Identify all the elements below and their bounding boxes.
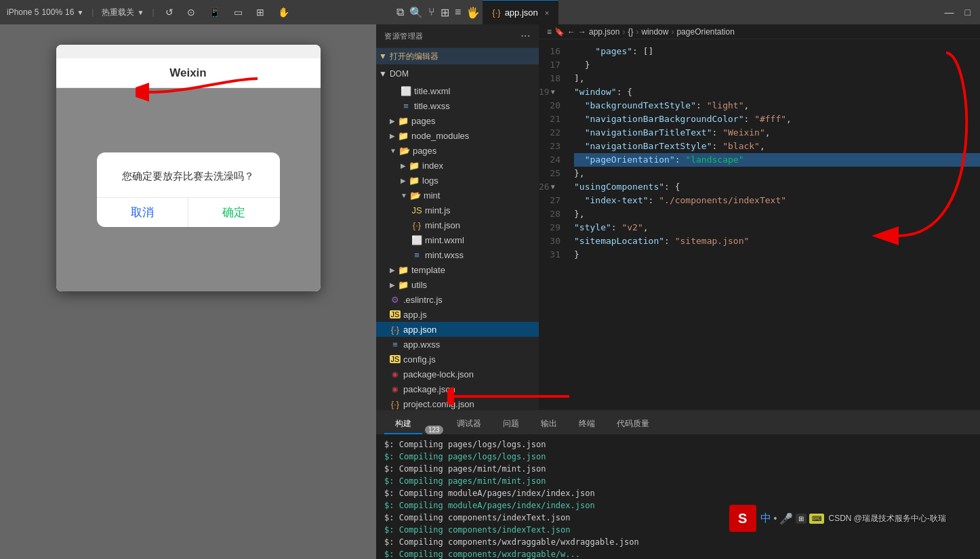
file-project-config[interactable]: {·} project.config.json — [376, 396, 539, 410]
folder-pages-1[interactable]: ▶ 📁 pages — [376, 113, 539, 128]
phone-frame: Weixin 您确定要放弃比赛去洗澡吗？ 取消 — [56, 45, 321, 291]
code-line-25: }, — [574, 167, 980, 180]
tab-quality[interactable]: 代码质量 — [606, 414, 660, 434]
search-icon[interactable]: 🔍 — [407, 5, 426, 20]
phone-icon[interactable]: 📱 — [206, 5, 223, 19]
file-config-js[interactable]: JS config.js — [376, 352, 539, 367]
file-mint-wxss[interactable]: ≡ mint.wxss — [376, 247, 539, 262]
breadcrumb-path1[interactable]: {} — [628, 27, 633, 37]
chevron-down-icon: ▼ — [77, 9, 83, 16]
tab-close-button[interactable]: × — [545, 9, 549, 17]
file-eslintrc[interactable]: ⚙ .eslintrc.js — [376, 292, 539, 307]
code-content[interactable]: "pages": [] } ], — [566, 39, 980, 410]
file-package-json[interactable]: ◉ package.json — [376, 381, 539, 396]
file-title-wxml[interactable]: ⬜ title.wxml — [376, 83, 539, 98]
hotreload-toggle[interactable]: 热重载关 ▼ — [102, 7, 144, 18]
code-line-20: "backgroundTextStyle": "light", — [574, 99, 980, 112]
branch-icon[interactable]: ⑂ — [426, 5, 438, 20]
file-tree: 资源管理器 ··· ▼ 打开的编辑器 — [376, 24, 539, 410]
file-mint-json[interactable]: {·} mint.json — [376, 218, 539, 232]
folder-utils[interactable]: ▶ 📁 utils — [376, 277, 539, 292]
open-editors-header[interactable]: ▼ 打开的编辑器 — [376, 48, 539, 64]
bottom-content[interactable]: $: Compiling pages/logs/logs.json $: Com… — [376, 434, 980, 559]
grid-icon[interactable]: ⊞ — [438, 5, 452, 20]
js-icon: JS — [390, 310, 401, 318]
log-line-5: $: Compiling moduleA/pages/index/index.j… — [384, 487, 972, 499]
chevron-right-icon: ▶ — [401, 177, 406, 184]
breadcrumb-file[interactable]: app.json — [589, 27, 619, 37]
editor-area: ≡ 🔖 ← → app.json › {} › window › pageOri… — [539, 24, 980, 410]
folder-node-modules[interactable]: ▶ 📁 node_modules — [376, 128, 539, 143]
device-selector[interactable]: iPhone 5 100% 16 ▼ — [7, 7, 83, 17]
dom-section: ▼ DOM — [376, 66, 539, 82]
breadcrumb-path2[interactable]: window — [641, 27, 668, 37]
wxml-icon: ⬜ — [401, 86, 411, 96]
refresh-icon[interactable]: ↺ — [163, 5, 176, 19]
tab-appjson[interactable]: {·} app.json × — [483, 0, 558, 24]
tab-output[interactable]: 输出 — [530, 414, 568, 434]
back-icon[interactable]: ← — [567, 27, 575, 37]
tab-issues[interactable]: 问题 — [492, 414, 530, 434]
chevron-right-icon: ▶ — [390, 266, 395, 274]
tab-terminal[interactable]: 终端 — [568, 414, 606, 434]
file-app-wxss[interactable]: ≡ app.wxss — [376, 337, 539, 352]
folder-template[interactable]: ▶ 📁 template — [376, 262, 539, 277]
menu-icon[interactable]: ≡ — [452, 5, 464, 20]
file-package-lock[interactable]: ◉ package-lock.json — [376, 367, 539, 381]
hamburger-icon[interactable]: ≡ — [547, 27, 552, 37]
filetree-more-button[interactable]: ··· — [520, 30, 531, 42]
file-mint-wxml[interactable]: ⬜ mint.wxml — [376, 232, 539, 247]
copy-icon[interactable]: ⧉ — [394, 5, 407, 20]
stop-icon[interactable]: ⊙ — [184, 5, 198, 19]
top-toolbar: iPhone 5 100% 16 ▼ | 热重载关 ▼ | ↺ ⊙ 📱 ▭ ⊞ … — [0, 0, 980, 24]
maximize-button[interactable]: □ — [962, 5, 973, 19]
code-line-16: "pages": [] — [574, 45, 980, 58]
dom-header[interactable]: ▼ DOM — [376, 66, 539, 82]
bookmark-icon[interactable]: 🔖 — [554, 27, 565, 37]
tab-debugger[interactable]: 调试器 — [446, 414, 492, 434]
open-editors-section: ▼ 打开的编辑器 — [376, 48, 539, 64]
layout-icon[interactable]: ⊞ — [253, 5, 267, 19]
folder-index[interactable]: ▶ 📁 index — [376, 158, 539, 173]
breadcrumb-path3[interactable]: pageOrientation — [676, 27, 734, 37]
log-line-8: $: Compiling components/indexText.json — [384, 524, 972, 536]
chevron-icon: ▼ — [379, 69, 387, 79]
breadcrumb-sep3: › — [671, 27, 674, 37]
forward-icon[interactable]: → — [578, 27, 586, 37]
minimize-button[interactable]: — — [942, 5, 957, 19]
hand-icon[interactable]: ✋ — [275, 5, 292, 19]
file-mint-js[interactable]: JS mint.js — [376, 203, 539, 218]
log-line-6: $: Compiling moduleA/pages/index/index.j… — [384, 499, 972, 512]
editor-layout: 资源管理器 ··· ▼ 打开的编辑器 — [376, 24, 980, 410]
modal-cancel-button[interactable]: 取消 — [97, 198, 189, 227]
filetree-header: 资源管理器 ··· — [376, 24, 539, 48]
hand2-icon[interactable]: 🖐 — [464, 5, 483, 20]
json-icon: {·} — [390, 399, 401, 409]
editor-tabs: ⧉ 🔍 ⑂ ⊞ ≡ 🖐 {·} app.json × — [394, 0, 931, 24]
folder-open-icon: 📂 — [410, 190, 421, 201]
file-app-json[interactable]: {·} app.json — [376, 322, 539, 337]
wxml-icon: ⬜ — [411, 235, 422, 245]
folder-logs[interactable]: ▶ 📁 logs — [376, 173, 539, 188]
file-app-js[interactable]: JS app.js — [376, 307, 539, 322]
log-line-10: $: Compiling components/wxdraggable/w... — [384, 548, 972, 559]
phone-navbar: Weixin — [56, 58, 321, 88]
folder-mint[interactable]: ▼ 📂 mint — [376, 188, 539, 203]
tab-build[interactable]: 构建 — [384, 414, 422, 434]
code-line-29: "style": "v2", — [574, 221, 980, 234]
file-title-wxss[interactable]: ≡ title.wxss — [376, 98, 539, 113]
separator: | — [91, 7, 94, 17]
chevron-down-icon: ▼ — [137, 9, 144, 16]
code-line-18: ], — [574, 72, 980, 85]
log-line-3: $: Compiling pages/mint/mint.json — [384, 463, 972, 475]
wxss-icon: ≡ — [390, 339, 401, 350]
nav-title: Weixin — [169, 66, 206, 80]
device-label: iPhone 5 — [7, 7, 39, 17]
tablet-icon[interactable]: ▭ — [231, 5, 245, 19]
js-icon: JS — [411, 205, 422, 215]
code-line-26: "usingComponents": { — [574, 180, 980, 194]
npm-icon: ◉ — [390, 370, 401, 379]
folder-pages-open[interactable]: ▼ 📂 pages — [376, 143, 539, 158]
modal-confirm-button[interactable]: 确定 — [188, 198, 280, 227]
chevron-right-icon: ▶ — [390, 117, 395, 125]
